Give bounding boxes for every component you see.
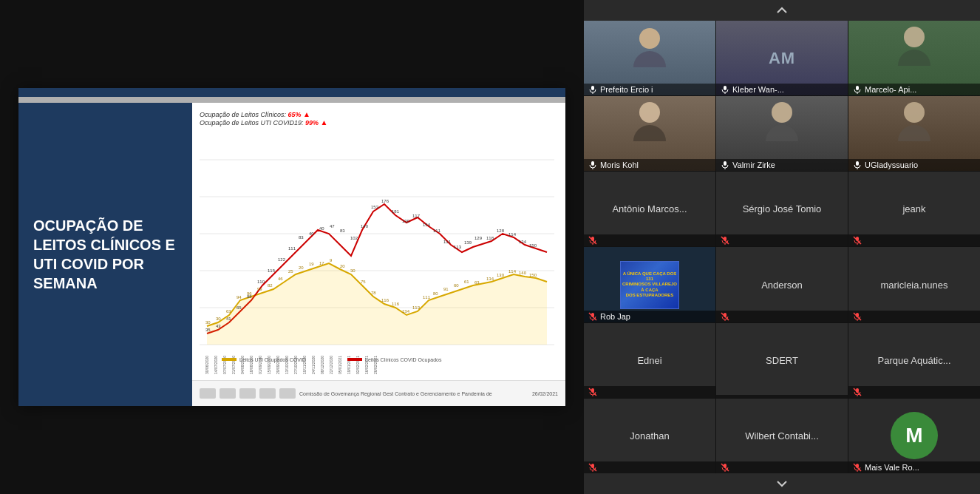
svg-text:140: 140 [361, 224, 369, 229]
slide-container: OCUPAÇÃO DE LEITOS CLÍNICOS E UTI COVID … [18, 88, 565, 406]
svg-rect-102 [724, 161, 727, 166]
participant-cell-wilbert-contabi[interactable]: Wilbert Contabi... [716, 399, 848, 473]
svg-text:40: 40 [309, 231, 314, 236]
svg-text:83: 83 [340, 229, 345, 233]
svg-text:05/01/2021: 05/01/2021 [338, 356, 342, 374]
participant-cell-valmir-zirke[interactable]: Valmir Zirke [716, 96, 848, 171]
mic-icon-valmir-zirke [721, 160, 729, 169]
participant-cell-ednei[interactable]: Ednei [584, 323, 715, 398]
svg-text:111: 111 [433, 229, 441, 233]
mic-icon-moris-kohl [588, 160, 597, 169]
slide-left-panel: OCUPAÇÃO DE LEITOS CLÍNICOS E UTI COVID … [18, 103, 192, 406]
participant-cell-antonio-marcos[interactable]: Antônio Marcos... [584, 172, 715, 246]
svg-text:114: 114 [508, 232, 517, 237]
svg-text:139: 139 [464, 240, 472, 245]
name-bar-prefeito-ercio: Prefeito Ercio i [584, 84, 715, 95]
svg-text:102: 102 [350, 236, 358, 240]
name-bar-anderson [716, 311, 848, 322]
participant-cell-parque-aquatic[interactable]: Parque Aquátic... [848, 323, 980, 398]
svg-text:128: 128 [497, 229, 505, 233]
svg-text:181: 181 [392, 209, 400, 214]
participant-cell-prefeito-ercio[interactable]: Prefeito Ercio i [584, 21, 715, 95]
svg-text:110: 110 [257, 280, 265, 284]
svg-text:63: 63 [226, 309, 231, 314]
logo-ammvi [200, 388, 216, 399]
svg-text:83: 83 [299, 235, 304, 240]
slide-title: OCUPAÇÃO DE LEITOS CLÍNICOS E UTI COVID … [33, 216, 177, 293]
svg-text:176: 176 [381, 199, 389, 203]
svg-text:134: 134 [402, 309, 410, 314]
svg-text:19: 19 [309, 262, 314, 266]
name-text-marcelo-api: Marcelo- Api... [865, 85, 916, 94]
svg-text:25: 25 [288, 269, 293, 274]
name-text-maricleia-nunes: maricleia.nunes [874, 280, 953, 291]
scroll-up-button[interactable] [584, 0, 980, 21]
svg-text:20: 20 [340, 264, 345, 268]
mic-muted-icon-wilbert-contabi [721, 463, 729, 472]
svg-text:63: 63 [474, 280, 480, 285]
mic-muted-icon-jeank [853, 236, 862, 245]
legend1-arrow: ▲ [303, 110, 310, 118]
name-bar-jonathan [584, 461, 715, 473]
name-text-ugladyssuario: UGladyssuario [865, 160, 918, 169]
logo-municipio [239, 388, 256, 399]
logo-cisamvi [220, 388, 236, 399]
svg-rect-92 [347, 358, 362, 361]
name-bar-sdert [716, 395, 848, 398]
svg-text:60: 60 [454, 283, 459, 288]
svg-text:17: 17 [319, 261, 324, 265]
avatar-mais-vale-ro: M [891, 412, 938, 459]
participant-cell-mais-vale-ro[interactable]: M Mais Vale Ro... [848, 399, 980, 473]
svg-rect-98 [856, 86, 859, 90]
name-text-jonathan: Jonathan [624, 430, 676, 441]
name-text-sdert: SDERT [760, 355, 804, 366]
name-text-parque-aquatic: Parque Aquátic... [871, 355, 956, 366]
mic-muted-icon-antonio-marcos [588, 236, 597, 245]
svg-text:30/06/2020: 30/06/2020 [205, 356, 209, 374]
svg-rect-94 [591, 86, 594, 90]
participant-cell-sdert[interactable]: SDERT [716, 323, 848, 398]
scroll-down-button[interactable] [584, 473, 980, 494]
svg-text:41: 41 [226, 317, 231, 321]
name-bar-rob-jap: Rob Jap [584, 311, 715, 322]
participant-cell-maricleia-nunes[interactable]: maricleia.nunes [848, 247, 980, 322]
svg-text:30: 30 [350, 268, 355, 273]
name-text-sergio-jose: Sérgio José Tomio [737, 203, 828, 214]
footer-text: Comissão de Governança Regional Gest Con… [299, 391, 492, 396]
covid-chart: 30/06/2020 14/07/2020 07/07/2020 21/07/2… [200, 130, 554, 374]
svg-text:154: 154 [423, 223, 431, 227]
footer-logos: Comissão de Governança Regional Gest Con… [200, 388, 492, 399]
participant-cell-sergio-jose[interactable]: Sérgio José Tomio [716, 172, 848, 246]
name-text-ednei: Ednei [631, 355, 667, 366]
mic-icon-prefeito-ercio [588, 85, 597, 94]
participant-cell-rob-jap[interactable]: A ÚNICA QUE CAÇA DOS 131CRIMINOSOS VILLA… [584, 247, 715, 322]
participant-cell-marcelo-api[interactable]: Marcelo- Api... [848, 21, 980, 95]
name-bar-wilbert-contabi [716, 461, 848, 473]
svg-text:Leitos Clínicos COVID Ocupados: Leitos Clínicos COVID Ocupados [365, 357, 442, 363]
svg-text:75: 75 [361, 280, 366, 284]
svg-text:9: 9 [330, 258, 333, 263]
name-text-antonio-marcos: Antônio Marcos... [606, 203, 693, 214]
name-bar-ugladyssuario: UGladyssuario [848, 159, 980, 171]
mic-muted-icon-mais-vale-ro [853, 463, 862, 472]
participant-cell-moris-kohl[interactable]: Moris Kohl [584, 96, 715, 171]
participant-cell-ugladyssuario[interactable]: UGladyssuario [848, 96, 980, 171]
legend1-value: 65% [288, 111, 302, 118]
logo-sus [259, 388, 276, 399]
svg-text:118: 118 [486, 236, 494, 240]
name-text-mais-vale-ro: Mais Vale Ro... [865, 463, 919, 472]
name-bar-mais-vale-ro: Mais Vale Ro... [848, 461, 980, 473]
svg-text:140: 140 [519, 271, 527, 275]
participant-cell-anderson[interactable]: Anderson [716, 247, 848, 322]
participant-cell-jeank[interactable]: jeank [848, 172, 980, 246]
mic-muted-icon-ednei [588, 388, 597, 396]
chart-area: 30/06/2020 14/07/2020 07/07/2020 21/07/2… [200, 130, 554, 374]
participant-cell-kleber-wan[interactable]: AM Kleber Wan-... [716, 21, 848, 95]
participant-cell-jonathan[interactable]: Jonathan [584, 399, 715, 473]
svg-text:113: 113 [412, 305, 421, 310]
svg-text:43: 43 [216, 324, 221, 328]
svg-text:113: 113 [454, 245, 462, 249]
svg-text:94: 94 [237, 295, 242, 300]
svg-text:134: 134 [519, 240, 527, 244]
svg-rect-104 [856, 161, 859, 166]
